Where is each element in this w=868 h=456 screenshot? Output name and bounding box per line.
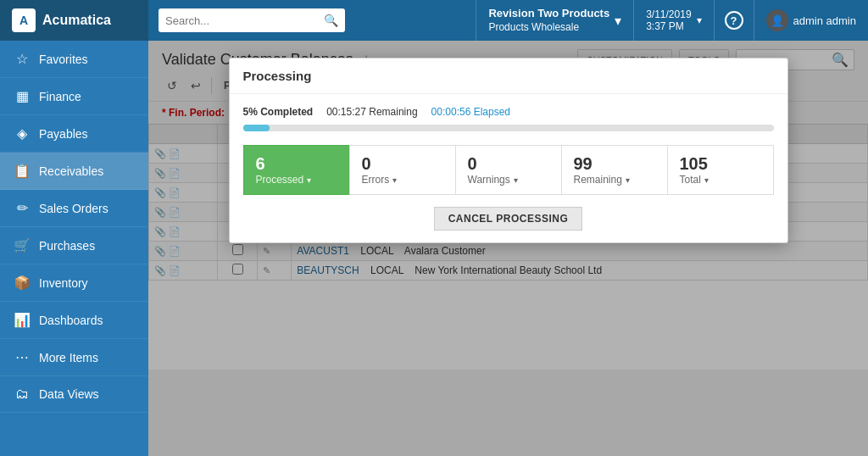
sidebar-item-favorites[interactable]: ☆ Favorites xyxy=(0,41,148,78)
sidebar-item-payables[interactable]: ◈ Payables xyxy=(0,115,148,153)
sidebar-item-receivables[interactable]: 📋 Receivables xyxy=(0,153,148,190)
main-layout: ☆ Favorites ▦ Finance ◈ Payables 📋 Recei… xyxy=(0,41,868,456)
stat-box-errors[interactable]: 0 Errors ▾ xyxy=(349,145,455,195)
modal-body: 5% Completed 00:15:27 Remaining 00:00:56… xyxy=(230,94,787,242)
sidebar-label-purchases: Purchases xyxy=(39,239,95,253)
stat-label: Total ▾ xyxy=(680,174,761,186)
company-selector[interactable]: Revision Two Products Products Wholesale… xyxy=(476,0,633,41)
inventory-icon: 📦 xyxy=(14,275,31,291)
stat-number: 99 xyxy=(574,154,655,174)
nav-date: 3/11/2019 xyxy=(646,8,691,20)
progress-bar-track xyxy=(243,125,774,131)
stats-row: 6 Processed ▾ 0 Errors ▾ 0 Warnings ▾ 99… xyxy=(243,145,774,195)
stat-number: 0 xyxy=(362,154,443,174)
sidebar-label-favorites: Favorites xyxy=(39,53,88,66)
payables-icon: ◈ xyxy=(14,125,31,142)
nav-right: Revision Two Products Products Wholesale… xyxy=(476,0,868,41)
stat-box-processed[interactable]: 6 Processed ▾ xyxy=(243,145,349,195)
sidebar-label-inventory: Inventory xyxy=(39,276,88,290)
stat-label: Remaining ▾ xyxy=(574,174,655,186)
sidebar-label-receivables: Receivables xyxy=(39,164,103,178)
stat-dropdown-icon: ▾ xyxy=(514,175,518,185)
stat-box-remaining[interactable]: 99 Remaining ▾ xyxy=(561,145,667,195)
progress-bar-fill xyxy=(243,125,270,131)
stat-box-total[interactable]: 105 Total ▾ xyxy=(667,145,774,195)
receivables-icon: 📋 xyxy=(14,163,31,179)
progress-info: 5% Completed 00:15:27 Remaining 00:00:56… xyxy=(243,106,774,118)
sidebar-label-more-items: More Items xyxy=(39,351,98,364)
top-nav: A Acumatica 🔍 Revision Two Products Prod… xyxy=(0,0,868,41)
progress-elapsed: 00:00:56 Elapsed xyxy=(431,106,510,118)
more-items-icon: ⋯ xyxy=(14,349,31,365)
favorites-icon: ☆ xyxy=(14,51,31,67)
sidebar-label-finance: Finance xyxy=(39,90,81,103)
search-box: 🔍 xyxy=(159,8,345,32)
sidebar-item-more-items[interactable]: ⋯ More Items xyxy=(0,339,148,376)
cancel-processing-button[interactable]: CANCEL PROCESSING xyxy=(434,207,583,231)
stat-number: 0 xyxy=(468,154,549,174)
stat-dropdown-icon: ▾ xyxy=(392,175,397,185)
stat-label: Warnings ▾ xyxy=(468,174,549,186)
stat-number: 6 xyxy=(256,154,337,174)
sidebar-item-finance[interactable]: ▦ Finance xyxy=(0,78,148,115)
stat-label: Errors ▾ xyxy=(362,174,443,186)
stat-dropdown-icon: ▾ xyxy=(626,175,630,185)
modal-title: Processing xyxy=(230,58,787,94)
sidebar-label-data-views: Data Views xyxy=(39,387,99,401)
company-sub: Products Wholesale xyxy=(488,21,609,35)
search-button[interactable]: 🔍 xyxy=(324,14,338,27)
date-selector[interactable]: 3/11/2019 3:37 PM ▾ xyxy=(633,0,713,41)
sidebar-item-data-views[interactable]: 🗂 Data Views xyxy=(0,376,148,413)
sidebar-label-dashboards: Dashboards xyxy=(39,314,103,327)
stat-box-warnings[interactable]: 0 Warnings ▾ xyxy=(455,145,561,195)
stat-dropdown-icon: ▾ xyxy=(307,175,311,185)
sales-orders-icon: ✏ xyxy=(14,200,31,216)
progress-remaining: 00:15:27 Remaining xyxy=(326,106,417,118)
processing-modal-overlay: Processing 5% Completed 00:15:27 Remaini… xyxy=(148,41,868,456)
app-name: Acumatica xyxy=(42,13,111,28)
stat-number: 105 xyxy=(680,154,761,174)
user-name: admin admin xyxy=(793,14,856,27)
search-area: 🔍 xyxy=(148,8,476,32)
nav-time: 3:37 PM xyxy=(646,20,691,32)
stat-dropdown-icon: ▾ xyxy=(704,175,709,185)
progress-percent: 5% Completed xyxy=(243,106,314,118)
sidebar-item-purchases[interactable]: 🛒 Purchases xyxy=(0,227,148,264)
user-menu[interactable]: 👤 admin admin xyxy=(754,0,868,41)
finance-icon: ▦ xyxy=(14,88,31,104)
dashboards-icon: 📊 xyxy=(14,312,31,328)
sidebar-item-sales-orders[interactable]: ✏ Sales Orders xyxy=(0,190,148,227)
data-views-icon: 🗂 xyxy=(14,386,31,402)
content-area: Validate Customer Balances ★ CUSTOMIZATI… xyxy=(148,41,868,456)
sidebar-item-dashboards[interactable]: 📊 Dashboards xyxy=(0,302,148,339)
user-avatar: 👤 xyxy=(766,9,788,31)
sidebar-item-inventory[interactable]: 📦 Inventory xyxy=(0,264,148,302)
help-button[interactable]: ? xyxy=(714,0,754,41)
sidebar-label-sales-orders: Sales Orders xyxy=(39,202,108,215)
stat-label: Processed ▾ xyxy=(256,174,337,186)
processing-modal: Processing 5% Completed 00:15:27 Remaini… xyxy=(229,58,788,243)
logo-area[interactable]: A Acumatica xyxy=(0,0,148,41)
company-dropdown-icon: ▾ xyxy=(615,13,621,29)
search-input[interactable] xyxy=(165,14,324,27)
purchases-icon: 🛒 xyxy=(14,237,31,253)
sidebar-label-payables: Payables xyxy=(39,127,88,141)
help-icon: ? xyxy=(725,11,743,30)
date-dropdown-icon: ▾ xyxy=(697,14,702,26)
app-logo-icon: A xyxy=(12,8,36,32)
company-name: Revision Two Products xyxy=(488,7,609,21)
sidebar: ☆ Favorites ▦ Finance ◈ Payables 📋 Recei… xyxy=(0,41,148,456)
